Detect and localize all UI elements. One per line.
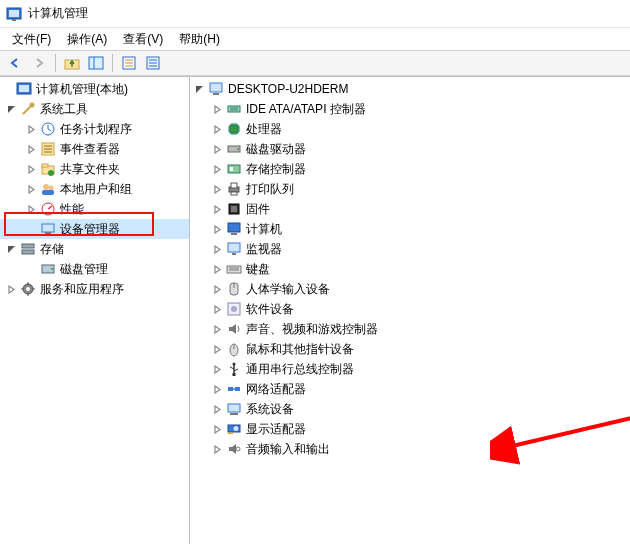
left-storage[interactable]: 存储 — [0, 239, 189, 259]
expander-open[interactable] — [4, 242, 18, 256]
expander-closed[interactable] — [24, 202, 38, 216]
menu-action[interactable]: 操作(A) — [59, 29, 115, 50]
left-system-tools[interactable]: 系统工具 — [0, 99, 189, 119]
svg-rect-27 — [42, 190, 54, 195]
svg-rect-1 — [9, 10, 19, 17]
left-tree-pane[interactable]: 计算机管理(本地)系统工具任务计划程序事件查看器共享文件夹本地用户和组性能设备管… — [0, 77, 190, 544]
svg-rect-23 — [42, 164, 48, 167]
svg-rect-29 — [42, 224, 54, 232]
expander-closed[interactable] — [210, 202, 224, 216]
expander-closed[interactable] — [4, 282, 18, 296]
expander-closed[interactable] — [210, 402, 224, 416]
expander-closed[interactable] — [210, 222, 224, 236]
toolbar-refresh-button[interactable] — [142, 52, 164, 74]
expander-closed[interactable] — [210, 322, 224, 336]
left-storage-0[interactable]: 磁盘管理 — [0, 259, 189, 279]
toolbar — [0, 50, 630, 76]
expander-closed[interactable] — [210, 362, 224, 376]
left-systool-2[interactable]: 共享文件夹 — [0, 159, 189, 179]
expander-open[interactable] — [4, 102, 18, 116]
right-item-17[interactable]: 音频输入和输出 — [190, 439, 630, 459]
svg-point-65 — [233, 363, 236, 366]
expander-closed[interactable] — [210, 302, 224, 316]
right-item-7[interactable]: 监视器 — [190, 239, 630, 259]
left-systool-4[interactable]: 性能 — [0, 199, 189, 219]
left-systool-5[interactable]: 设备管理器 — [0, 219, 189, 239]
left-systool-0[interactable]: 任务计划程序 — [0, 119, 189, 139]
expander-none — [24, 262, 38, 276]
expander-closed[interactable] — [210, 162, 224, 176]
tree-item-label: 服务和应用程序 — [40, 281, 124, 298]
right-item-5[interactable]: 固件 — [190, 199, 630, 219]
right-item-9[interactable]: 人体学输入设备 — [190, 279, 630, 299]
app-icon — [6, 6, 22, 22]
expander-closed[interactable] — [210, 422, 224, 436]
left-root[interactable]: 计算机管理(本地) — [0, 79, 189, 99]
toolbar-up-button[interactable] — [61, 52, 83, 74]
svg-rect-52 — [228, 223, 240, 232]
right-item-1[interactable]: 处理器 — [190, 119, 630, 139]
svg-rect-70 — [228, 404, 240, 412]
expander-closed[interactable] — [24, 142, 38, 156]
svg-rect-51 — [231, 206, 237, 212]
svg-rect-37 — [210, 83, 222, 92]
expander-closed[interactable] — [210, 282, 224, 296]
menu-file[interactable]: 文件(F) — [4, 29, 59, 50]
expander-closed[interactable] — [210, 182, 224, 196]
right-root[interactable]: DESKTOP-U2HDERM — [190, 79, 630, 99]
left-systool-3[interactable]: 本地用户和组 — [0, 179, 189, 199]
tree-item-label: 本地用户和组 — [60, 181, 132, 198]
expander-closed[interactable] — [210, 262, 224, 276]
left-services[interactable]: 服务和应用程序 — [0, 279, 189, 299]
expander-closed[interactable] — [210, 242, 224, 256]
expander-closed[interactable] — [210, 122, 224, 136]
svg-rect-32 — [22, 250, 34, 254]
right-item-15[interactable]: 系统设备 — [190, 399, 630, 419]
tree-item-label: 系统工具 — [40, 101, 88, 118]
left-systool-1[interactable]: 事件查看器 — [0, 139, 189, 159]
svg-point-73 — [234, 426, 239, 431]
right-item-11[interactable]: 声音、视频和游戏控制器 — [190, 319, 630, 339]
performance-icon — [40, 201, 56, 217]
expander-open[interactable] — [192, 82, 206, 96]
right-item-12[interactable]: 鼠标和其他指针设备 — [190, 339, 630, 359]
disk-mgmt-icon — [40, 261, 56, 277]
expander-closed[interactable] — [210, 382, 224, 396]
expander-closed[interactable] — [210, 102, 224, 116]
right-item-4[interactable]: 打印队列 — [190, 179, 630, 199]
mmc-root-icon — [16, 81, 32, 97]
tree-item-label: 鼠标和其他指针设备 — [246, 341, 354, 358]
toolbar-properties-button[interactable] — [118, 52, 140, 74]
tree-item-label: 显示适配器 — [246, 421, 306, 438]
right-item-8[interactable]: 键盘 — [190, 259, 630, 279]
toolbar-back-button[interactable] — [4, 52, 26, 74]
toolbar-show-button[interactable] — [85, 52, 107, 74]
right-item-2[interactable]: 磁盘驱动器 — [190, 139, 630, 159]
menu-view[interactable]: 查看(V) — [115, 29, 171, 50]
expander-closed[interactable] — [24, 182, 38, 196]
menu-help[interactable]: 帮助(H) — [171, 29, 228, 50]
tree-item-label: 计算机 — [246, 221, 282, 238]
computer-icon — [208, 81, 224, 97]
expander-closed[interactable] — [24, 162, 38, 176]
device-manager-icon — [40, 221, 56, 237]
right-item-16[interactable]: 显示适配器 — [190, 419, 630, 439]
right-item-6[interactable]: 计算机 — [190, 219, 630, 239]
right-tree-pane[interactable]: DESKTOP-U2HDERMIDE ATA/ATAPI 控制器处理器磁盘驱动器… — [190, 77, 630, 544]
hid-icon — [226, 281, 242, 297]
expander-closed[interactable] — [210, 142, 224, 156]
expander-closed[interactable] — [210, 442, 224, 456]
right-item-14[interactable]: 网络适配器 — [190, 379, 630, 399]
right-item-10[interactable]: 软件设备 — [190, 299, 630, 319]
right-item-13[interactable]: 通用串行总线控制器 — [190, 359, 630, 379]
expander-closed[interactable] — [210, 342, 224, 356]
svg-rect-67 — [228, 387, 233, 391]
right-item-3[interactable]: 存储控制器 — [190, 159, 630, 179]
tree-item-label: 存储 — [40, 241, 64, 258]
expander-closed[interactable] — [24, 122, 38, 136]
main-split: 计算机管理(本地)系统工具任务计划程序事件查看器共享文件夹本地用户和组性能设备管… — [0, 76, 630, 544]
svg-rect-4 — [89, 57, 103, 69]
svg-point-16 — [30, 103, 35, 108]
right-item-0[interactable]: IDE ATA/ATAPI 控制器 — [190, 99, 630, 119]
toolbar-forward-button[interactable] — [28, 52, 50, 74]
